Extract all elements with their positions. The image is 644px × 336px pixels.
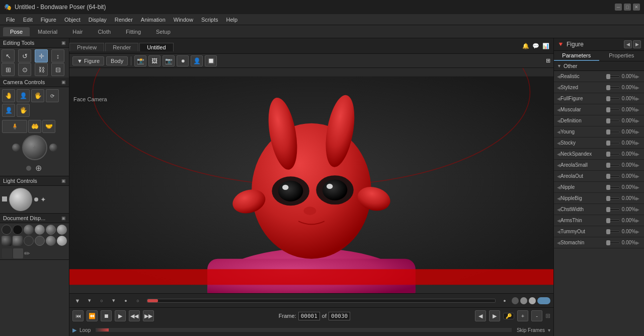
camera-render[interactable]: 🖼 (148, 55, 160, 66)
param-slider-3[interactable] (606, 109, 620, 111)
param-thumb-13[interactable] (606, 218, 610, 223)
param-slider-11[interactable] (606, 197, 620, 199)
tool-scale[interactable]: ↕ (51, 49, 64, 62)
light-sphere[interactable] (9, 188, 32, 211)
param-slider-6[interactable] (606, 142, 620, 144)
prev-play-btn[interactable]: ◀ (475, 310, 486, 321)
timeline-expand-btn[interactable]: ⊞ (545, 312, 550, 319)
param-expand-1[interactable]: ▶ (636, 85, 641, 90)
doc-ball-13[interactable] (2, 248, 12, 258)
param-arrow-left-10[interactable]: ◀ (557, 185, 560, 190)
menu-file[interactable]: File (2, 16, 19, 24)
cam-hand-r[interactable]: 🖐 (31, 89, 44, 102)
section-collapse-arrow[interactable]: ▼ (557, 63, 561, 69)
param-arrow-left-14[interactable]: ◀ (557, 229, 560, 234)
play-fwd-btn[interactable]: ▶ (489, 310, 500, 321)
param-slider-10[interactable] (606, 186, 620, 188)
panel-tab-render[interactable]: Render (105, 43, 138, 51)
viewport-3d[interactable]: Face Camera (69, 68, 553, 293)
maximize-button[interactable]: □ (624, 4, 631, 11)
skip-frames-arrow[interactable]: ▾ (548, 327, 550, 333)
param-arrow-left-1[interactable]: ◀ (557, 85, 560, 90)
tool-morph[interactable]: ⊞ (2, 63, 15, 76)
param-arrow-left-4[interactable]: ◀ (557, 118, 560, 123)
doc-ball-7[interactable] (2, 236, 12, 246)
doc-ball-14[interactable] (13, 248, 23, 258)
menu-figure[interactable]: Figure (37, 16, 60, 24)
param-arrow-left-3[interactable]: ◀ (557, 107, 560, 112)
close-button[interactable]: ✕ (633, 4, 640, 11)
loop-triangle[interactable]: ▶ (72, 327, 76, 333)
editing-tools-collapse[interactable]: ▣ (61, 40, 66, 45)
tab-setup[interactable]: Setup (149, 27, 178, 36)
pose-full[interactable]: 🧍 (2, 120, 27, 133)
document-display-collapse[interactable]: ▣ (61, 216, 66, 221)
pose-hands[interactable]: 🤝 (42, 120, 55, 133)
goto-start-button[interactable]: ⏮ (72, 310, 84, 321)
camera-controls-collapse[interactable]: ▣ (61, 80, 66, 85)
param-slider-2[interactable] (606, 98, 620, 100)
tool-arrow[interactable]: ↖ (2, 49, 15, 62)
tl-collapse[interactable]: ▼ (72, 296, 83, 306)
param-thumb-11[interactable] (606, 196, 610, 201)
doc-ball-3[interactable] (24, 225, 34, 235)
doc-ball-12[interactable] (57, 236, 67, 246)
param-expand-7[interactable]: ▶ (636, 152, 641, 157)
param-slider-0[interactable] (606, 76, 620, 78)
param-thumb-8[interactable] (606, 163, 610, 168)
tab-material[interactable]: Material (31, 27, 64, 36)
prev-frame-button[interactable]: ⏪ (87, 310, 98, 321)
param-arrow-left-9[interactable]: ◀ (557, 174, 560, 179)
figure-dropdown[interactable]: ▼ Figure (72, 56, 104, 65)
param-slider-15[interactable] (606, 242, 620, 244)
tl-dot-right[interactable]: ● (500, 296, 510, 306)
light-dot[interactable] (34, 197, 38, 201)
pencil-icon[interactable]: ✏ (24, 249, 30, 257)
menu-help[interactable]: Help (222, 16, 242, 24)
param-arrow-left-6[interactable]: ◀ (557, 141, 560, 146)
param-thumb-12[interactable] (606, 207, 610, 212)
tab-parameters[interactable]: Parameters (554, 51, 599, 61)
param-expand-14[interactable]: ▶ (636, 229, 641, 234)
param-expand-10[interactable]: ▶ (636, 185, 641, 190)
remove-keyframe-btn[interactable]: - (531, 310, 542, 321)
param-thumb-4[interactable] (606, 118, 610, 123)
param-arrow-left-13[interactable]: ◀ (557, 218, 560, 223)
sphere-small-right[interactable] (49, 144, 57, 152)
play-button[interactable]: ▶ (115, 310, 126, 321)
add-keyframe-btn[interactable]: + (517, 310, 528, 321)
tl-arrow-down2[interactable]: ▾ (109, 296, 119, 306)
menu-window[interactable]: Window (170, 16, 197, 24)
timeline-scrub-bar[interactable] (147, 299, 496, 303)
param-expand-6[interactable]: ▶ (636, 141, 641, 146)
doc-ball-8[interactable] (13, 236, 23, 246)
param-slider-1[interactable] (606, 87, 620, 89)
param-arrow-left-12[interactable]: ◀ (557, 207, 560, 212)
tool-rotate[interactable]: ↺ (18, 49, 31, 62)
loop-scrub[interactable] (96, 328, 512, 332)
tab-properties[interactable]: Properties (599, 51, 645, 61)
camera-add-figure[interactable]: 👤 (191, 55, 203, 66)
param-arrow-left-0[interactable]: ◀ (557, 74, 560, 79)
param-thumb-7[interactable] (606, 152, 610, 157)
param-arrow-left-8[interactable]: ◀ (557, 163, 560, 168)
param-expand-11[interactable]: ▶ (636, 196, 641, 201)
param-thumb-6[interactable] (606, 141, 610, 146)
figure-prev-btn[interactable]: ◀ (624, 40, 632, 48)
param-arrow-left-15[interactable]: ◀ (557, 240, 560, 245)
keyframe-btn[interactable]: 🔑 (503, 313, 514, 319)
param-expand-5[interactable]: ▶ (636, 129, 641, 135)
doc-ball-5[interactable] (46, 225, 56, 235)
param-slider-13[interactable] (606, 220, 620, 222)
param-expand-2[interactable]: ▶ (636, 96, 641, 101)
frame-current[interactable]: 00001 (298, 312, 320, 320)
tab-hair[interactable]: Hair (65, 27, 90, 36)
param-slider-14[interactable] (606, 231, 620, 233)
tool-select[interactable]: ⊙ (18, 63, 31, 76)
chart-icon[interactable]: 📊 (542, 43, 549, 49)
tl-circle-empty[interactable]: ○ (97, 296, 107, 306)
viewport-expand[interactable]: ⊞ (546, 57, 550, 64)
doc-ball-6[interactable] (57, 225, 67, 235)
light-position-dot[interactable] (2, 196, 7, 203)
doc-ball-2[interactable] (13, 225, 23, 235)
